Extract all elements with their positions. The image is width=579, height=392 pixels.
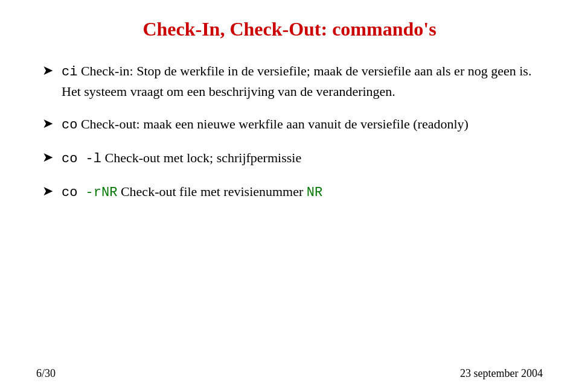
footer: 6/30 23 september 2004 [36, 367, 543, 380]
footer-page: 6/30 [36, 367, 56, 380]
bullet-co-l: ➤ co -l Check-out met lock; schrijfpermi… [42, 148, 543, 169]
co-rnr-prefix: co [62, 185, 86, 200]
bullet-co: ➤ co Check-out: maak een nieuwe werkfile… [42, 115, 543, 135]
bullet-co-rnr: ➤ co -rNR Check-out file met revisienumm… [42, 182, 543, 203]
co-text: co Check-out: maak een nieuwe werkfile a… [62, 115, 469, 135]
co-rnr-description: Check-out file met revisienummer [121, 184, 307, 199]
slide-title: Check-In, Check-Out: commando's [36, 18, 543, 40]
co-rnr-nr: NR [307, 185, 322, 200]
ci-text: ci Check-in: Stop de werkfile in de vers… [62, 62, 543, 101]
arrow-icon-4: ➤ [42, 183, 53, 199]
co-code: co [62, 118, 77, 133]
arrow-icon-2: ➤ [42, 116, 53, 131]
ci-description: Check-in: Stop de werkfile in de versief… [62, 63, 531, 99]
co-rnr-text: co -rNR Check-out file met revisienummer… [62, 182, 322, 203]
co-description: Check-out: maak een nieuwe werkfile aan … [81, 116, 469, 131]
footer-date: 23 september 2004 [460, 367, 543, 380]
co-rnr-flag: -rNR [86, 185, 118, 200]
arrow-icon-3: ➤ [42, 150, 53, 165]
bullet-ci: ➤ ci Check-in: Stop de werkfile in de ve… [42, 62, 543, 101]
content-area: ➤ ci Check-in: Stop de werkfile in de ve… [42, 62, 543, 202]
arrow-icon-1: ➤ [42, 63, 53, 78]
ci-code: ci [62, 65, 77, 80]
co-l-description: Check-out met lock; schrijfpermissie [105, 150, 302, 165]
co-l-code: co -l [62, 151, 101, 166]
co-l-text: co -l Check-out met lock; schrijfpermiss… [62, 148, 301, 169]
slide-container: Check-In, Check-Out: commando's ➤ ci Che… [0, 0, 579, 392]
